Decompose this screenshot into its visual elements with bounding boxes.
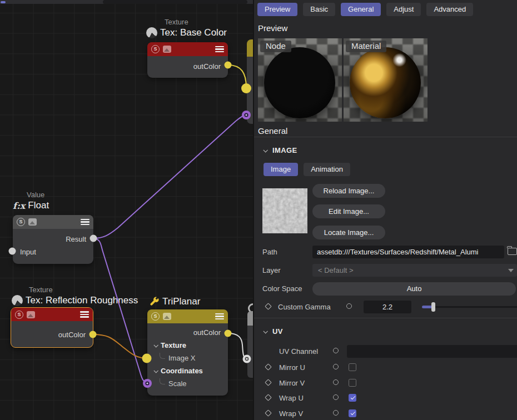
color-space-label: Color Space [262, 284, 302, 293]
node-partial-top-right[interactable] [247, 39, 253, 124]
keyframe-circle-icon[interactable] [333, 348, 339, 353]
custom-gamma-label: Custom Gamma [278, 303, 331, 311]
node-name: Tex: Reflection Roughness [26, 295, 138, 306]
keyframe-circle-icon[interactable] [333, 410, 339, 416]
color-space-button[interactable]: Auto [312, 282, 516, 296]
node-header[interactable]: S [11, 308, 93, 321]
port-label-outcolor: outColor [147, 326, 228, 339]
node-triplanar[interactable]: S outColor Texture Image X Coordinates S… [147, 309, 228, 396]
node-graph-canvas[interactable]: Texture Tex: Base Color S outColor Value… [0, 0, 253, 420]
uv-channel-input[interactable] [347, 345, 517, 358]
keyframe-circle-icon[interactable] [346, 303, 352, 309]
layer-dropdown[interactable]: < Default > [312, 264, 517, 277]
node-category: Texture [146, 18, 227, 26]
redshift-shader-editor: Texture Tex: Base Color S outColor Value… [0, 0, 517, 420]
image-section-header[interactable]: IMAGE [264, 146, 297, 154]
tab-general[interactable]: General [341, 3, 381, 16]
port-label-result: Result [13, 233, 93, 246]
wire-triplanar-to-material [228, 333, 246, 359]
texture-sphere-icon [146, 27, 157, 38]
node-partial-bottom-right[interactable] [247, 311, 253, 378]
mirror-v-checkbox[interactable] [349, 379, 356, 387]
image-mode-tabs: Image Animation [264, 163, 350, 176]
scrollbar-thumb[interactable] [1, 1, 6, 3]
node-float[interactable]: S Result Input [13, 215, 93, 264]
port-label-image-x: Image X [168, 354, 195, 362]
wrap-v-checkbox[interactable] [349, 409, 356, 417]
keyframe-circle-icon[interactable] [333, 364, 339, 369]
menu-icon[interactable] [81, 219, 90, 226]
node-tex-base-color[interactable]: S outColor [147, 42, 228, 78]
port-row-scale[interactable]: Scale [147, 377, 228, 390]
fx-icon: f:x [13, 201, 25, 211]
override-diamond-icon[interactable] [265, 409, 272, 417]
chevron-down-icon [153, 343, 158, 347]
node-tex-reflection-roughness[interactable]: S outColor [11, 307, 93, 348]
redshift-s-icon: S [17, 218, 25, 226]
edit-image-button[interactable]: Edit Image... [312, 204, 385, 218]
reload-image-button[interactable]: Reload Image... [312, 184, 385, 198]
port-label-outcolor: outColor [147, 60, 228, 73]
image-texture-thumbnail[interactable] [262, 188, 307, 233]
path-input[interactable]: assetdb:///Textures/Surfaces/Redshift/Me… [312, 246, 504, 258]
preview-sphere-material [350, 47, 421, 118]
override-diamond-icon[interactable] [265, 394, 272, 401]
tab-animation[interactable]: Animation [304, 163, 350, 176]
redshift-s-icon: S [151, 312, 160, 321]
tree-connector [160, 353, 165, 359]
port-label-scale: Scale [168, 379, 187, 388]
menu-icon[interactable] [80, 311, 89, 318]
node-category: Value [13, 191, 49, 199]
tab-adjust[interactable]: Adjust [386, 3, 421, 16]
port-label-input: Input [13, 246, 93, 258]
general-section-title: General [258, 126, 287, 136]
group-coordinates[interactable]: Coordinates [147, 364, 228, 377]
tree-connector [160, 378, 165, 384]
node-name: TriPlanar [162, 296, 200, 307]
override-diamond-icon[interactable] [265, 303, 272, 310]
group-texture[interactable]: Texture [147, 339, 228, 352]
wrap-u-checkbox[interactable] [349, 394, 356, 402]
checkmark-icon [350, 395, 355, 399]
chevron-down-icon [153, 368, 158, 373]
uv-channel-label: UV Channel [279, 347, 318, 356]
mirror-u-label: Mirror U [279, 363, 305, 372]
section-label: IMAGE [272, 146, 297, 154]
mirror-u-checkbox[interactable] [349, 363, 356, 371]
override-diamond-icon[interactable] [265, 379, 272, 386]
menu-icon[interactable] [215, 46, 224, 53]
section-label: UV [272, 327, 283, 336]
preview-section-title: Preview [258, 23, 287, 33]
tab-preview[interactable]: Preview [257, 3, 297, 16]
panel-tabs: Preview Basic General Adjust Advanced [257, 3, 473, 16]
folder-icon[interactable] [508, 248, 517, 255]
tab-basic[interactable]: Basic [303, 3, 335, 16]
wire-roughness-to-triplanar-imagex [93, 334, 145, 358]
chevron-down-icon [263, 329, 267, 333]
custom-gamma-input[interactable]: 2.2 [364, 301, 411, 313]
gamma-slider-track[interactable] [422, 306, 517, 308]
redshift-s-icon: S [15, 311, 23, 319]
thumb-label: Node [260, 41, 291, 52]
graph-horizontal-scrollbar[interactable] [0, 0, 253, 4]
tab-image[interactable]: Image [264, 163, 298, 176]
image-icon [163, 313, 171, 320]
scrollbar-track[interactable] [103, 0, 247, 4]
override-diamond-icon[interactable] [265, 363, 272, 371]
chevron-down-icon [263, 148, 267, 152]
locate-image-button[interactable]: Locate Image... [312, 226, 385, 239]
keyframe-circle-icon[interactable] [333, 394, 339, 400]
wrench-icon [149, 297, 160, 307]
gamma-slider-handle[interactable] [431, 302, 435, 312]
node-name: Float [28, 200, 49, 211]
node-header[interactable]: S [147, 42, 228, 56]
uv-section-header[interactable]: UV [264, 327, 283, 336]
node-header[interactable]: S [147, 309, 228, 323]
tab-advanced[interactable]: Advanced [426, 3, 473, 16]
layer-label: Layer [262, 266, 281, 274]
menu-icon[interactable] [215, 313, 224, 320]
port-row-image-x[interactable]: Image X [147, 352, 228, 364]
node-header[interactable]: S [13, 215, 93, 229]
keyframe-circle-icon[interactable] [333, 379, 339, 385]
group-label: Coordinates [161, 367, 203, 375]
